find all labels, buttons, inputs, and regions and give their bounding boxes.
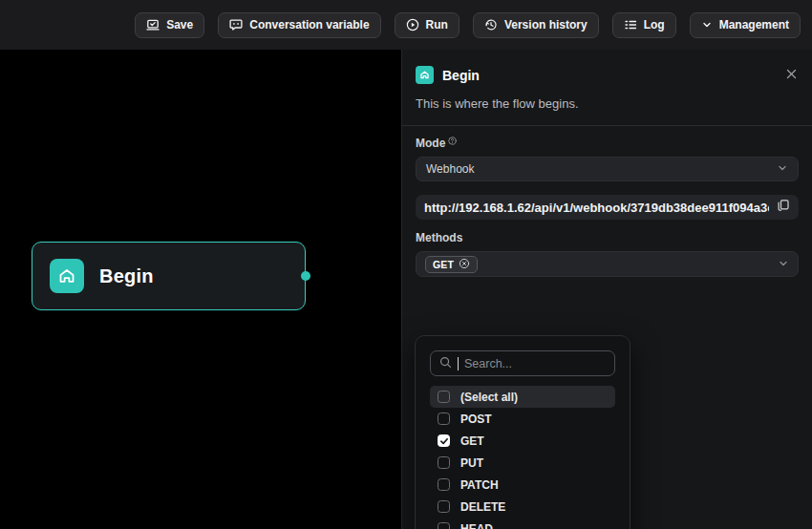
mode-label: Mode	[416, 137, 799, 150]
option-delete[interactable]: DELETE	[430, 496, 615, 518]
version-history-button[interactable]: Version history	[473, 12, 599, 38]
mode-select-value: Webhook	[426, 162, 777, 176]
history-clock-icon	[484, 18, 498, 32]
option-put[interactable]: PUT	[430, 452, 615, 474]
methods-multiselect[interactable]: GET	[416, 251, 799, 277]
method-tag-label: GET	[433, 259, 454, 270]
option-head[interactable]: HEAD	[430, 518, 615, 529]
help-icon[interactable]	[448, 135, 457, 148]
flow-canvas[interactable]: Begin	[0, 50, 401, 529]
search-icon	[439, 355, 452, 372]
chevron-down-icon	[777, 160, 788, 178]
methods-label: Methods	[416, 231, 799, 244]
search-input[interactable]: Search...	[430, 350, 615, 376]
checkbox-icon[interactable]	[438, 522, 450, 529]
log-button-label: Log	[644, 18, 665, 32]
remove-tag-icon[interactable]	[459, 256, 470, 273]
option-patch[interactable]: PATCH	[430, 474, 615, 496]
panel-body: Mode Webhook http://19	[402, 126, 812, 529]
begin-node[interactable]: Begin	[32, 242, 306, 310]
conversation-variable-label: Conversation variable	[249, 18, 369, 32]
run-button-label: Run	[426, 18, 448, 32]
close-panel-button[interactable]	[784, 66, 799, 84]
checkbox-icon[interactable]	[438, 413, 450, 425]
mode-select[interactable]: Webhook	[416, 157, 799, 181]
checkbox-icon[interactable]	[438, 478, 450, 491]
checkbox-icon[interactable]	[438, 500, 450, 513]
version-history-label: Version history	[504, 18, 588, 32]
list-icon	[624, 18, 637, 32]
option-post[interactable]: POST	[430, 408, 615, 430]
save-button[interactable]: Save	[135, 12, 204, 38]
management-button[interactable]: Management	[690, 12, 801, 38]
webhook-url-bar[interactable]: http://192.168.1.62/api/v1/webhook/3719d…	[416, 195, 799, 220]
save-button-label: Save	[166, 18, 193, 32]
play-circle-icon	[406, 18, 419, 32]
run-button[interactable]: Run	[395, 12, 459, 38]
copy-icon[interactable]	[777, 199, 790, 216]
save-icon	[146, 18, 160, 32]
main-area: Begin Begin This is where the flow begin…	[0, 50, 812, 529]
search-placeholder: Search...	[464, 357, 512, 370]
webhook-url: http://192.168.1.62/api/v1/webhook/3719d…	[424, 201, 769, 215]
panel-subtitle: This is where the flow begins.	[402, 84, 812, 125]
home-icon	[50, 259, 84, 293]
method-options-list: (Select all) POST GET	[430, 386, 615, 529]
checkbox-icon[interactable]	[438, 456, 450, 469]
node-output-handle[interactable]	[301, 271, 310, 281]
close-icon	[786, 68, 797, 82]
checkbox-icon[interactable]	[438, 391, 450, 403]
begin-settings-panel: Begin This is where the flow begins. Mod…	[401, 50, 812, 529]
checkbox-icon[interactable]	[438, 434, 450, 447]
chevron-down-icon	[778, 256, 789, 273]
panel-title: Begin	[442, 68, 776, 83]
conversation-variable-button[interactable]: Conversation variable	[218, 12, 380, 38]
text-cursor	[458, 357, 459, 370]
log-button[interactable]: Log	[612, 12, 676, 38]
chat-bubble-icon	[229, 18, 243, 32]
management-button-label: Management	[719, 18, 789, 32]
method-tag-get[interactable]: GET	[425, 256, 478, 273]
begin-node-title: Begin	[99, 265, 154, 287]
option-select-all[interactable]: (Select all)	[430, 386, 615, 408]
top-toolbar: Save Conversation variable Run	[0, 0, 812, 50]
option-get[interactable]: GET	[430, 430, 615, 452]
panel-header: Begin	[402, 50, 812, 84]
methods-dropdown: Search... (Select all) POST	[415, 335, 630, 529]
home-icon	[416, 66, 434, 84]
chevron-down-icon	[701, 19, 713, 31]
